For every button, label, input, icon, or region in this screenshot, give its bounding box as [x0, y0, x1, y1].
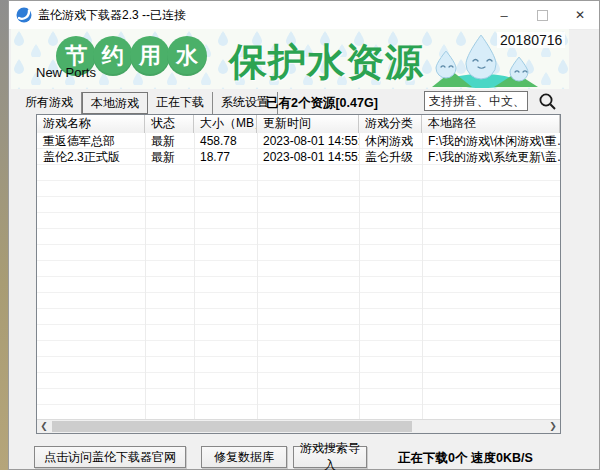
slogan-circle-2: 用 [130, 36, 170, 76]
table-cell: 盖仑升级 [359, 149, 422, 165]
table-cell: 458.78 [194, 133, 257, 149]
resource-count-label: 已有2个资源[0.47G] [266, 95, 378, 112]
table-cell: 18.77 [194, 149, 257, 165]
table-cell: 最新 [145, 133, 194, 149]
title-bar: 盖伦游戏下载器2.3 --已连接 – ✕ [9, 1, 599, 30]
tab-1[interactable]: 本地游戏 [82, 92, 148, 114]
game-search-import-button[interactable]: 游戏搜索导入 [293, 446, 367, 468]
scrollbar-thumb[interactable] [52, 421, 412, 432]
scroll-right-icon[interactable]: ❯ [546, 420, 560, 433]
games-table: 游戏名称状态大小（MB）更新时间游戏分类本地路径 重返德军总部最新458.782… [36, 114, 561, 434]
slogan-circle-1: 约 [93, 36, 133, 76]
window-title: 盖伦游戏下载器2.3 --已连接 [38, 1, 186, 29]
repair-database-button[interactable]: 修复数据库 [201, 446, 287, 468]
table-cell: F:\我的游戏\系统更新\盖… [422, 149, 560, 165]
search-icon[interactable] [538, 92, 557, 111]
banner-headline: 保护水资源 [229, 37, 424, 88]
table-cell: 盖伦2.3正式版 [37, 149, 145, 165]
close-button[interactable]: ✕ [561, 1, 599, 29]
column-header-2[interactable]: 大小（MB） [194, 115, 257, 133]
column-header-1[interactable]: 状态 [145, 115, 194, 133]
maximize-icon [537, 10, 548, 21]
minimize-button[interactable]: – [485, 1, 523, 29]
grid-line [194, 133, 195, 420]
horizontal-scrollbar[interactable]: ❮ ❯ [37, 419, 560, 433]
column-header-5[interactable]: 本地路径 [422, 115, 560, 133]
water-banner: 节约用水 保护水资源 20180716 New Ports [11, 29, 569, 89]
maximize-button[interactable] [523, 1, 561, 29]
table-header-row: 游戏名称状态大小（MB）更新时间游戏分类本地路径 [37, 115, 560, 134]
table-row[interactable]: 盖伦2.3正式版最新18.772023-08-01 14:55:03盖仑升级F:… [37, 149, 560, 165]
banner-subtitle: New Ports [36, 65, 96, 80]
grid-line [422, 133, 423, 420]
grid-line [359, 133, 360, 420]
scroll-left-icon[interactable]: ❮ [37, 420, 51, 433]
slogan-circle-3: 水 [167, 36, 207, 76]
download-status-label: 正在下载0个 速度0KB/S [398, 450, 533, 467]
table-cell: 2023-08-01 14:55:03 [257, 149, 359, 165]
app-window: 盖伦游戏下载器2.3 --已连接 – ✕ 节约用水 保护水资源 [8, 0, 600, 470]
column-header-3[interactable]: 更新时间 [257, 115, 359, 133]
table-cell: 最新 [145, 149, 194, 165]
app-logo-icon [16, 7, 32, 23]
table-cell: 重返德军总部 [37, 133, 145, 149]
visit-official-site-button[interactable]: 点击访问盖伦下载器官网 [34, 446, 186, 468]
grid-line [145, 133, 146, 420]
table-body: 重返德军总部最新458.782023-08-01 14:55:05休闲游戏F:\… [37, 133, 560, 420]
grid-line [257, 133, 258, 420]
column-header-4[interactable]: 游戏分类 [359, 115, 422, 133]
column-header-0[interactable]: 游戏名称 [37, 115, 145, 133]
tab-0[interactable]: 所有游戏 [17, 92, 82, 114]
footer-button-bar: 点击访问盖伦下载器官网修复数据库游戏搜索导入 [34, 446, 367, 468]
table-row[interactable]: 重返德军总部最新458.782023-08-01 14:55:05休闲游戏F:\… [37, 133, 560, 149]
table-cell: 休闲游戏 [359, 133, 422, 149]
tab-bar: 所有游戏本地游戏正在下载系统设置 [17, 92, 278, 114]
tab-2[interactable]: 正在下载 [148, 92, 213, 114]
table-cell: F:\我的游戏\休闲游戏\重… [422, 133, 560, 149]
table-cell: 2023-08-01 14:55:05 [257, 133, 359, 149]
search-input[interactable] [424, 91, 528, 111]
banner-date: 20180716 [497, 32, 565, 48]
